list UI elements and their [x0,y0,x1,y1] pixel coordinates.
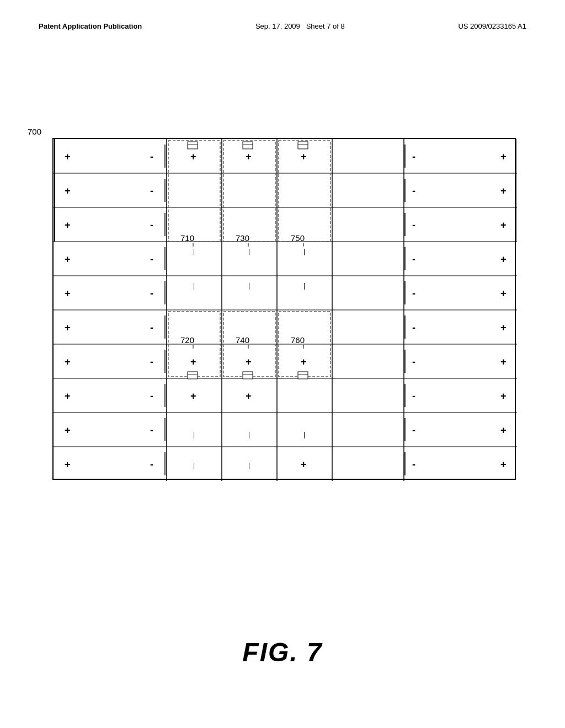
svg-text:|: | [193,248,195,255]
svg-text:+: + [190,356,196,367]
svg-text:-: - [412,185,415,196]
svg-text:+: + [500,220,507,231]
svg-text:|: | [303,431,305,438]
svg-text:-: - [412,459,415,470]
svg-text:+: + [500,459,507,470]
svg-text:-: - [150,220,153,231]
svg-text:730: 730 [236,233,249,243]
svg-text:+: + [246,390,252,402]
svg-text:+: + [65,288,71,299]
svg-rect-20 [188,142,198,149]
figure-number-label: 700 [28,127,41,136]
svg-text:|: | [248,248,250,255]
svg-text:|: | [193,431,195,438]
header-date: Sep. 17, 2009 [255,22,300,30]
main-diagram-box: + - + - + - + - + - + - + - + - + - [52,138,516,480]
diagram-svg: + - + - + - + - + - + - + - + - + - [54,139,517,481]
svg-text:|: | [193,282,195,290]
svg-text:+: + [246,151,252,162]
svg-text:-: - [412,220,415,231]
svg-text:-: - [150,459,153,470]
svg-text:+: + [500,288,507,299]
svg-text:-: - [150,254,153,265]
svg-text:+: + [301,459,307,470]
svg-text:760: 760 [291,335,305,345]
svg-text:-: - [150,185,153,196]
svg-text:+: + [301,151,307,162]
svg-text:710: 710 [180,233,194,243]
svg-text:-: - [150,322,153,333]
svg-text:|: | [248,462,250,469]
page-header: Patent Application Publication Sep. 17, … [0,22,565,30]
svg-text:-: - [412,390,415,402]
diagram-container: 700 [52,121,516,485]
svg-text:-: - [150,390,153,402]
svg-text:-: - [412,356,415,367]
svg-text:+: + [301,356,307,367]
svg-text:+: + [190,390,196,402]
header-center: Sep. 17, 2009 Sheet 7 of 8 [255,22,345,30]
svg-text:|: | [248,431,250,438]
svg-text:+: + [500,151,507,162]
svg-text:+: + [246,356,252,367]
svg-rect-22 [243,142,253,149]
svg-text:+: + [190,151,196,162]
figure-label: FIG. 7 [242,637,322,667]
svg-rect-26 [188,372,198,379]
svg-text:-: - [150,356,153,367]
svg-text:-: - [412,151,415,162]
svg-text:-: - [150,288,153,299]
svg-text:-: - [412,254,415,265]
svg-text:+: + [500,356,507,367]
svg-text:|: | [303,248,305,255]
svg-text:-: - [150,425,153,436]
svg-text:-: - [412,425,415,436]
svg-text:-: - [412,322,415,333]
header-left: Patent Application Publication [39,22,142,30]
svg-text:+: + [65,459,71,470]
svg-text:+: + [65,356,71,367]
svg-text:+: + [500,254,507,265]
svg-text:+: + [500,425,507,436]
svg-text:+: + [65,151,71,162]
svg-text:740: 740 [236,335,249,345]
svg-text:+: + [65,254,71,265]
svg-text:|: | [248,282,250,290]
svg-text:+: + [65,425,71,436]
svg-rect-28 [243,372,253,379]
svg-text:-: - [150,151,153,162]
svg-text:|: | [193,462,195,469]
svg-rect-30 [298,372,308,379]
svg-text:+: + [65,322,71,333]
svg-text:+: + [500,322,507,333]
svg-text:+: + [65,220,71,231]
svg-text:+: + [65,185,71,196]
svg-text:-: - [412,288,415,299]
svg-text:720: 720 [180,335,194,345]
header-right: US 2009/0233165 A1 [458,22,526,30]
svg-text:+: + [500,185,507,196]
header-sheet: Sheet 7 of 8 [306,22,345,30]
svg-text:|: | [303,282,305,290]
svg-text:+: + [500,390,507,402]
svg-text:750: 750 [291,233,305,243]
svg-rect-24 [298,142,308,149]
svg-text:+: + [65,390,71,402]
